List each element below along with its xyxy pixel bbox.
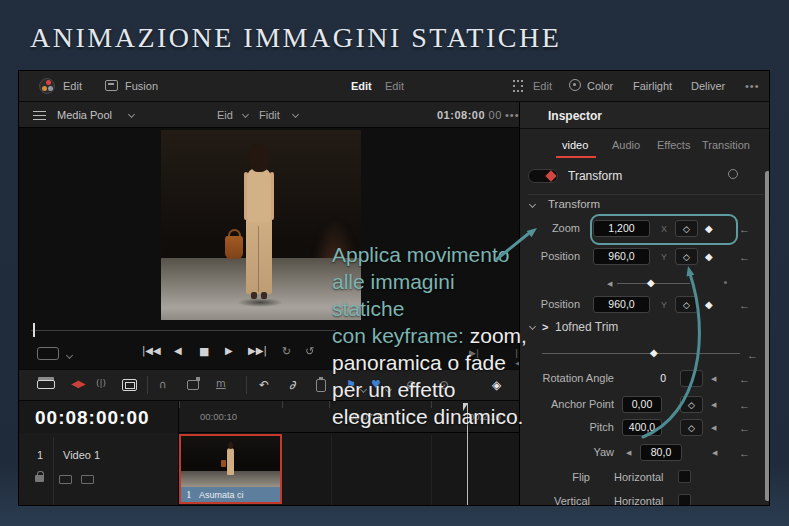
tab-transition[interactable]: Transition <box>702 139 750 151</box>
slider-track[interactable] <box>542 353 740 354</box>
annotation-line: per un effetto <box>332 376 532 403</box>
viewer-options-button[interactable]: ••• <box>505 109 520 121</box>
menu-edit-right[interactable]: Edit <box>533 80 552 92</box>
slider-knob-icon[interactable]: ◆ <box>647 277 655 288</box>
yaw-value-field[interactable]: 80,0 <box>640 444 682 461</box>
position-value-field[interactable]: 960,0 <box>593 248 650 265</box>
menu-deliver[interactable]: Deliver <box>691 80 725 92</box>
keyframe-outline-icon[interactable] <box>680 370 703 387</box>
last-frame-button[interactable]: ▶▶| <box>248 345 267 356</box>
viewer-playhead[interactable] <box>33 323 35 337</box>
active-tab-underline <box>556 156 596 158</box>
dynamic-trim-icon[interactable]: (|) <box>96 378 106 388</box>
link-clips-icon[interactable]: ∂ <box>289 378 295 392</box>
model-torso <box>247 168 271 222</box>
reset-arrow-icon[interactable]: ← <box>739 422 750 434</box>
menu-edit[interactable]: Edit <box>63 80 82 92</box>
hamburger-icon[interactable] <box>33 111 46 120</box>
nudge-left-icon[interactable]: ◀ <box>711 424 716 432</box>
edit-page-icon[interactable] <box>513 80 525 92</box>
loop-alt-icon[interactable]: ↻ <box>305 345 314 358</box>
reset-arrow-icon[interactable]: ← <box>739 447 750 459</box>
edit-chevron-icon[interactable] <box>293 109 298 121</box>
page-title: ANIMAZIONE IMMAGINI STATICHE <box>30 22 561 54</box>
keyframe-filled-icon[interactable]: ◆ <box>705 251 713 262</box>
edit-dropdown[interactable]: Fidit <box>259 109 280 121</box>
zoom-row: Zoom 1,200 X ◇ ◆ ← <box>520 219 770 241</box>
loop-icon[interactable]: ↻ <box>282 345 291 358</box>
trim-section-header[interactable]: > 1ofned Trim <box>520 319 770 337</box>
timeline-view-options-icon[interactable] <box>37 380 55 389</box>
bin-chevron-icon[interactable] <box>243 109 248 121</box>
zoom-value-field[interactable]: 1,200 <box>593 220 650 237</box>
vertical-horizontal-checkbox[interactable] <box>678 494 691 506</box>
menu-fairlight[interactable]: Fairlight <box>633 80 672 92</box>
reset-arrow-icon[interactable]: ← <box>739 251 750 263</box>
keyframe-outline-icon[interactable]: ◇ <box>680 419 703 436</box>
nudge-left-icon[interactable]: ◀ <box>626 449 631 457</box>
nudge-left-icon[interactable]: ◀ <box>712 449 717 457</box>
first-frame-button[interactable]: |◀◀ <box>142 345 161 356</box>
tab-video[interactable]: video <box>562 139 588 151</box>
model-pants <box>246 218 272 294</box>
inspector-panel: Inspector video Audio Effects Transition… <box>519 102 770 506</box>
tab-edit-secondary[interactable]: Edit <box>385 80 404 92</box>
bin-dropdown[interactable]: Eid <box>217 109 233 121</box>
keyframe-outline-icon[interactable]: ◇ <box>675 220 698 237</box>
transform-section-header[interactable]: Transform <box>520 197 770 215</box>
davinci-logo-icon[interactable] <box>39 78 55 94</box>
marker-m-icon[interactable]: m <box>216 378 226 389</box>
viewer-scrubber[interactable] <box>31 330 336 331</box>
timeline-timecode: 00:08:00:00 <box>35 407 150 429</box>
tab-edit-active[interactable]: Edit <box>351 80 372 92</box>
play-button[interactable]: ▶ <box>225 345 233 356</box>
media-pool-button[interactable]: Media Pool <box>57 109 112 121</box>
timeline-clip[interactable]: 1 Asumata ci <box>179 434 282 504</box>
track-name[interactable]: Video 1 <box>63 449 100 461</box>
keyframe-outline-icon[interactable]: ◇ <box>680 396 703 413</box>
keyframe-filled-icon[interactable]: ◆ <box>705 223 713 234</box>
viewer-mode-icon[interactable] <box>37 347 59 360</box>
track-enable-icon[interactable] <box>81 475 94 484</box>
tab-audio[interactable]: Audio <box>612 139 640 151</box>
inspector-scrollbar[interactable] <box>765 171 770 501</box>
trim-edit-mode-icon[interactable]: ◀▶ <box>71 378 84 389</box>
anchor-point-row: Anchor Point 0,00 ◇ ◀ ← <box>520 395 770 417</box>
reset-arrow-icon[interactable]: ← <box>739 299 750 311</box>
more-menu-button[interactable]: ••• <box>745 80 760 92</box>
magnet-snap-icon[interactable]: ∩ <box>159 378 167 391</box>
nudge-left-icon[interactable]: ◀ <box>607 280 612 288</box>
nudge-left-icon[interactable]: ◀ <box>711 375 716 383</box>
keyframe-outline-icon[interactable]: ◇ <box>675 248 698 265</box>
anchor-value-field[interactable]: 0,00 <box>622 396 662 413</box>
transform-toggle-switch[interactable] <box>528 169 558 183</box>
play-reverse-button[interactable]: ◀ <box>174 345 182 356</box>
menu-fusion[interactable]: Fusion <box>125 80 158 92</box>
pitch-value-field[interactable]: 400,0 <box>622 419 662 436</box>
menu-color[interactable]: Color <box>587 80 613 92</box>
color-page-icon[interactable] <box>569 79 581 91</box>
position-lock-icon[interactable] <box>187 380 199 390</box>
position-value-field[interactable]: 960,0 <box>593 296 650 313</box>
nudge-left-icon[interactable]: ◀ <box>711 401 716 409</box>
inspector-title: Inspector <box>548 109 602 123</box>
tab-effects[interactable]: Effects <box>657 139 690 151</box>
slider-knob-icon[interactable]: ◆ <box>650 347 658 358</box>
keyframe-filled-icon[interactable]: ◆ <box>705 299 713 310</box>
flip-horizontal-checkbox[interactable] <box>678 470 691 483</box>
blade-edit-icon[interactable] <box>122 379 137 391</box>
track-lock-icon[interactable] <box>35 475 44 482</box>
reset-arrow-icon[interactable]: ← <box>739 399 750 411</box>
reset-arrow-icon[interactable]: ← <box>739 223 750 235</box>
clipboard-icon[interactable] <box>316 379 326 392</box>
media-pool-chevron-icon[interactable] <box>129 109 134 121</box>
rotation-value[interactable]: 0 <box>650 372 666 384</box>
reset-arrow-icon[interactable]: ← <box>739 373 750 385</box>
undo-curve-icon[interactable]: ↶ <box>259 378 269 392</box>
viewer-mode-chevron-icon[interactable] <box>67 350 72 362</box>
reset-arrow-icon[interactable]: ← <box>747 349 758 361</box>
reset-section-icon[interactable] <box>728 169 738 179</box>
stop-button[interactable]: ■ <box>199 345 209 358</box>
keyframe-outline-icon[interactable]: ◇ <box>675 296 698 313</box>
track-auto-select-icon[interactable] <box>59 475 72 484</box>
